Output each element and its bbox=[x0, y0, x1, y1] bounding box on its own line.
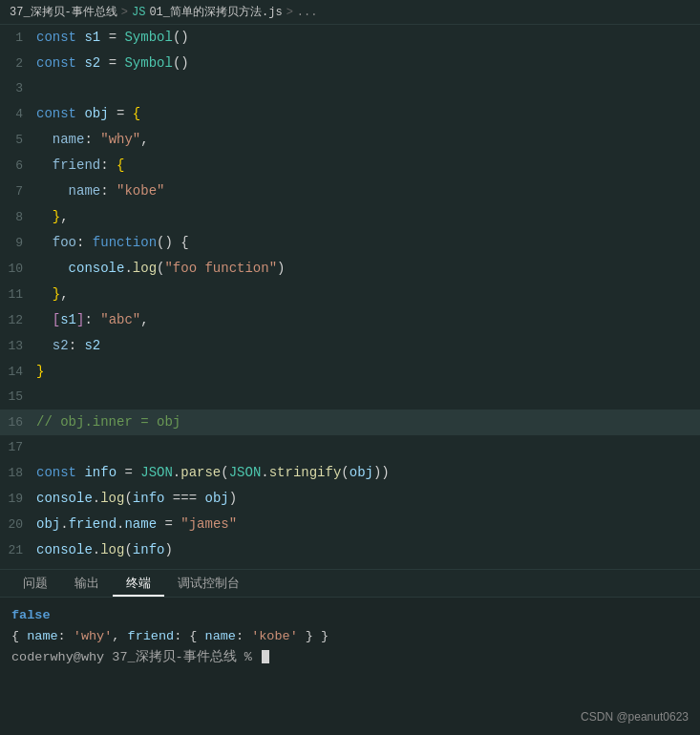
line-content-12: [s1]: "abc", bbox=[36, 307, 149, 332]
term-cursor bbox=[262, 650, 269, 663]
line-content-4: const obj = { bbox=[36, 101, 140, 126]
line-11: 11 }, bbox=[0, 282, 700, 307]
line-num-3: 3 bbox=[0, 76, 36, 101]
line-num-7: 7 bbox=[0, 179, 36, 204]
line-num-13: 13 bbox=[0, 334, 36, 359]
line-content-18: const info = JSON.parse(JSON.stringify(o… bbox=[36, 460, 390, 485]
term-prompt: coderwhy@why 37_深拷贝-事件总线 % bbox=[11, 650, 260, 664]
filename: 01_简单的深拷贝方法.js bbox=[149, 4, 282, 20]
line-12: 12 [s1]: "abc", bbox=[0, 307, 700, 333]
line-content-1: const s1 = Symbol() bbox=[36, 25, 189, 50]
line-7: 7 name: "kobe" bbox=[0, 178, 700, 204]
line-num-4: 4 bbox=[0, 102, 36, 127]
line-19: 19 console.log(info === obj) bbox=[0, 486, 700, 512]
line-15: 15 bbox=[0, 385, 700, 410]
tab-problems[interactable]: 问题 bbox=[10, 570, 61, 597]
terminal-line-3: coderwhy@why 37_深拷贝-事件总线 % bbox=[11, 647, 689, 668]
line-content-13: s2: s2 bbox=[36, 333, 100, 358]
line-content-7: name: "kobe" bbox=[36, 178, 164, 203]
line-num-14: 14 bbox=[0, 360, 36, 385]
line-content-11: }, bbox=[36, 282, 69, 306]
line-num-16: 16 bbox=[0, 410, 36, 435]
line-num-9: 9 bbox=[0, 231, 36, 256]
panel-tabs: 问题 输出 终端 调试控制台 bbox=[0, 570, 700, 598]
code-area: 1 const s1 = Symbol() 2 const s2 = Symbo… bbox=[0, 25, 700, 569]
term-false-value: false bbox=[11, 608, 51, 622]
line-13: 13 s2: s2 bbox=[0, 333, 700, 359]
line-num-11: 11 bbox=[0, 283, 36, 307]
sep1: > bbox=[121, 6, 128, 19]
line-16: 16 // obj.inner = obj bbox=[0, 410, 700, 435]
line-content-21: console.log(info) bbox=[36, 537, 173, 562]
filetype-badge: JS bbox=[132, 6, 145, 19]
line-5: 5 name: "why", bbox=[0, 127, 700, 153]
line-21: 21 console.log(info) bbox=[0, 537, 700, 563]
tab-output[interactable]: 输出 bbox=[61, 570, 113, 597]
watermark: CSDN @peanut0623 bbox=[581, 710, 689, 724]
line-18: 18 const info = JSON.parse(JSON.stringif… bbox=[0, 460, 700, 486]
line-2: 2 const s2 = Symbol() bbox=[0, 51, 700, 76]
line-num-8: 8 bbox=[0, 205, 36, 230]
line-17: 17 bbox=[0, 435, 700, 460]
line-num-17: 17 bbox=[0, 435, 36, 460]
line-1: 1 const s1 = Symbol() bbox=[0, 25, 700, 51]
tab-terminal[interactable]: 终端 bbox=[113, 570, 164, 597]
line-num-15: 15 bbox=[0, 385, 36, 410]
line-content-14: } bbox=[36, 359, 44, 384]
line-num-10: 10 bbox=[0, 257, 36, 282]
line-20: 20 obj.friend.name = "james" bbox=[0, 512, 700, 537]
line-9: 9 foo: function() { bbox=[0, 230, 700, 256]
line-14: 14 } bbox=[0, 359, 700, 385]
line-content-9: foo: function() { bbox=[36, 230, 189, 255]
line-num-20: 20 bbox=[0, 513, 36, 537]
line-content-19: console.log(info === obj) bbox=[36, 486, 237, 511]
line-content-20: obj.friend.name = "james" bbox=[36, 512, 237, 536]
line-content-5: name: "why", bbox=[36, 127, 149, 152]
line-4: 4 const obj = { bbox=[0, 101, 700, 127]
line-8: 8 }, bbox=[0, 204, 700, 230]
terminal-line-1: false bbox=[11, 605, 689, 626]
line-num-5: 5 bbox=[0, 128, 36, 153]
line-num-21: 21 bbox=[0, 538, 36, 563]
folder-name: 37_深拷贝-事件总线 bbox=[10, 4, 117, 20]
line-3: 3 bbox=[0, 76, 700, 101]
line-num-18: 18 bbox=[0, 461, 36, 486]
line-num-2: 2 bbox=[0, 52, 36, 76]
line-num-6: 6 bbox=[0, 154, 36, 178]
line-content-2: const s2 = Symbol() bbox=[36, 51, 189, 75]
sep2: > bbox=[286, 6, 293, 19]
line-6: 6 friend: { bbox=[0, 153, 700, 178]
line-10: 10 console.log("foo function") bbox=[0, 256, 700, 282]
terminal-line-2: { name: 'why', friend: { name: 'kobe' } … bbox=[11, 626, 689, 647]
line-content-8: }, bbox=[36, 204, 69, 229]
line-num-19: 19 bbox=[0, 487, 36, 512]
line-content-16: // obj.inner = obj bbox=[36, 410, 180, 434]
line-num-22: 22 bbox=[0, 563, 36, 569]
line-content-6: friend: { bbox=[36, 153, 124, 178]
more: ... bbox=[297, 6, 318, 19]
tab-debug-console[interactable]: 调试控制台 bbox=[164, 570, 253, 597]
line-num-1: 1 bbox=[0, 26, 36, 51]
line-num-12: 12 bbox=[0, 308, 36, 333]
line-content-10: console.log("foo function") bbox=[36, 256, 285, 281]
breadcrumb: 37_深拷贝-事件总线 > JS 01_简单的深拷贝方法.js > ... bbox=[0, 0, 700, 25]
